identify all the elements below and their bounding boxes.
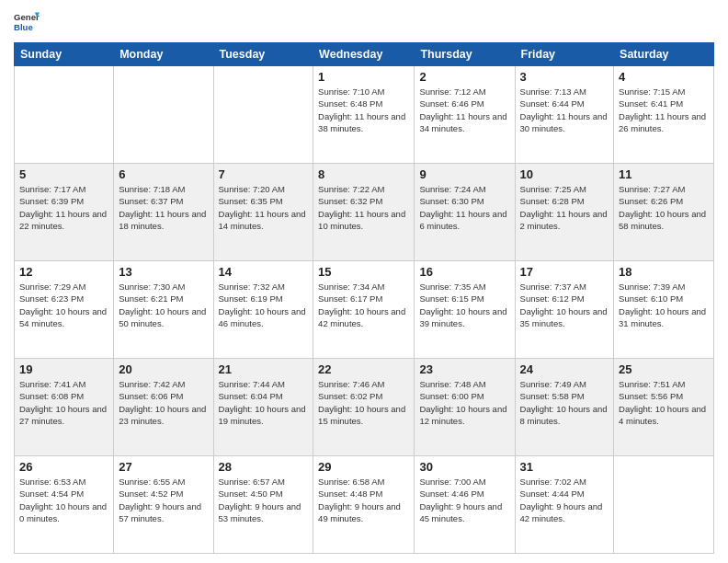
day-number: 12 [19,265,108,279]
day-number: 26 [19,460,108,474]
day-info: Sunrise: 6:53 AM Sunset: 4:54 PM Dayligh… [19,476,108,524]
calendar-cell [114,66,213,164]
day-info: Sunrise: 7:18 AM Sunset: 6:37 PM Dayligh… [119,183,208,232]
day-info: Sunrise: 7:49 AM Sunset: 5:58 PM Dayligh… [520,378,609,427]
day-info: Sunrise: 7:15 AM Sunset: 6:41 PM Dayligh… [619,86,709,134]
calendar-cell: 16Sunrise: 7:35 AM Sunset: 6:15 PM Dayli… [415,261,515,359]
day-info: Sunrise: 7:12 AM Sunset: 6:46 PM Dayligh… [419,86,509,134]
weekday-header: Wednesday [313,43,415,66]
weekday-header: Tuesday [213,43,313,66]
day-number: 7 [219,167,309,181]
day-number: 5 [19,167,108,181]
day-number: 1 [318,70,409,84]
calendar-cell: 30Sunrise: 7:00 AM Sunset: 4:46 PM Dayli… [415,456,515,554]
day-number: 23 [419,362,509,376]
calendar-cell: 3Sunrise: 7:13 AM Sunset: 6:44 PM Daylig… [515,66,614,164]
calendar-cell [614,456,714,554]
day-info: Sunrise: 7:20 AM Sunset: 6:35 PM Dayligh… [219,183,309,232]
day-info: Sunrise: 7:00 AM Sunset: 4:46 PM Dayligh… [419,476,509,524]
day-number: 2 [419,70,509,84]
day-number: 4 [619,70,709,84]
day-number: 6 [119,167,208,181]
calendar-cell: 11Sunrise: 7:27 AM Sunset: 6:26 PM Dayli… [614,164,714,261]
day-info: Sunrise: 7:51 AM Sunset: 5:56 PM Dayligh… [619,378,709,427]
calendar-cell: 27Sunrise: 6:55 AM Sunset: 4:52 PM Dayli… [114,456,213,554]
day-info: Sunrise: 7:17 AM Sunset: 6:39 PM Dayligh… [19,183,108,232]
day-info: Sunrise: 7:13 AM Sunset: 6:44 PM Dayligh… [520,86,609,134]
day-number: 27 [119,460,208,474]
calendar-cell: 25Sunrise: 7:51 AM Sunset: 5:56 PM Dayli… [614,359,714,456]
day-info: Sunrise: 7:42 AM Sunset: 6:06 PM Dayligh… [119,378,208,427]
day-info: Sunrise: 7:44 AM Sunset: 6:04 PM Dayligh… [219,378,309,427]
day-number: 3 [520,70,609,84]
day-info: Sunrise: 7:32 AM Sunset: 6:19 PM Dayligh… [219,281,309,329]
day-info: Sunrise: 7:24 AM Sunset: 6:30 PM Dayligh… [419,183,509,232]
day-number: 31 [520,460,609,474]
day-number: 21 [219,362,309,376]
calendar-cell: 8Sunrise: 7:22 AM Sunset: 6:32 PM Daylig… [313,164,415,261]
calendar-cell: 4Sunrise: 7:15 AM Sunset: 6:41 PM Daylig… [614,66,714,164]
day-info: Sunrise: 7:46 AM Sunset: 6:02 PM Dayligh… [318,378,409,427]
day-info: Sunrise: 7:37 AM Sunset: 6:12 PM Dayligh… [520,281,609,329]
day-info: Sunrise: 7:02 AM Sunset: 4:44 PM Dayligh… [520,476,609,524]
calendar-cell: 19Sunrise: 7:41 AM Sunset: 6:08 PM Dayli… [15,359,114,456]
day-number: 10 [520,167,609,181]
calendar-cell: 14Sunrise: 7:32 AM Sunset: 6:19 PM Dayli… [213,261,313,359]
calendar-cell: 6Sunrise: 7:18 AM Sunset: 6:37 PM Daylig… [114,164,213,261]
calendar-cell: 18Sunrise: 7:39 AM Sunset: 6:10 PM Dayli… [614,261,714,359]
day-info: Sunrise: 7:39 AM Sunset: 6:10 PM Dayligh… [619,281,709,329]
calendar-cell: 12Sunrise: 7:29 AM Sunset: 6:23 PM Dayli… [15,261,114,359]
day-info: Sunrise: 7:35 AM Sunset: 6:15 PM Dayligh… [419,281,509,329]
page: General Blue SundayMondayTuesdayWednesda… [0,0,728,563]
day-number: 13 [119,265,208,279]
calendar-cell: 22Sunrise: 7:46 AM Sunset: 6:02 PM Dayli… [313,359,415,456]
calendar-cell: 9Sunrise: 7:24 AM Sunset: 6:30 PM Daylig… [415,164,515,261]
day-number: 30 [419,460,509,474]
calendar-cell: 7Sunrise: 7:20 AM Sunset: 6:35 PM Daylig… [213,164,313,261]
day-number: 22 [318,362,409,376]
day-number: 19 [19,362,108,376]
svg-text:Blue: Blue [14,22,33,32]
calendar-cell: 5Sunrise: 7:17 AM Sunset: 6:39 PM Daylig… [15,164,114,261]
weekday-header: Monday [114,43,213,66]
calendar-cell: 23Sunrise: 7:48 AM Sunset: 6:00 PM Dayli… [415,359,515,456]
weekday-header: Saturday [614,43,714,66]
day-info: Sunrise: 7:34 AM Sunset: 6:17 PM Dayligh… [318,281,409,329]
day-number: 20 [119,362,208,376]
day-info: Sunrise: 7:41 AM Sunset: 6:08 PM Dayligh… [19,378,108,427]
day-info: Sunrise: 7:10 AM Sunset: 6:48 PM Dayligh… [318,86,409,134]
calendar-cell: 21Sunrise: 7:44 AM Sunset: 6:04 PM Dayli… [213,359,313,456]
logo-icon: General Blue [14,9,40,35]
weekday-header: Sunday [15,43,114,66]
day-number: 15 [318,265,409,279]
day-info: Sunrise: 7:30 AM Sunset: 6:21 PM Dayligh… [119,281,208,329]
calendar-cell [213,66,313,164]
calendar-cell: 15Sunrise: 7:34 AM Sunset: 6:17 PM Dayli… [313,261,415,359]
weekday-header: Thursday [415,43,515,66]
logo: General Blue [14,9,40,35]
calendar: SundayMondayTuesdayWednesdayThursdayFrid… [14,42,714,554]
calendar-cell: 20Sunrise: 7:42 AM Sunset: 6:06 PM Dayli… [114,359,213,456]
day-info: Sunrise: 7:27 AM Sunset: 6:26 PM Dayligh… [619,183,709,232]
day-number: 18 [619,265,709,279]
calendar-cell: 1Sunrise: 7:10 AM Sunset: 6:48 PM Daylig… [313,66,415,164]
day-number: 9 [419,167,509,181]
day-number: 16 [419,265,509,279]
day-number: 29 [318,460,409,474]
day-info: Sunrise: 7:29 AM Sunset: 6:23 PM Dayligh… [19,281,108,329]
calendar-cell: 26Sunrise: 6:53 AM Sunset: 4:54 PM Dayli… [15,456,114,554]
day-number: 11 [619,167,709,181]
day-info: Sunrise: 7:48 AM Sunset: 6:00 PM Dayligh… [419,378,509,427]
weekday-header: Friday [515,43,614,66]
day-number: 17 [520,265,609,279]
day-number: 14 [219,265,309,279]
header: General Blue [14,9,714,35]
day-number: 8 [318,167,409,181]
day-info: Sunrise: 7:25 AM Sunset: 6:28 PM Dayligh… [520,183,609,232]
day-number: 24 [520,362,609,376]
day-number: 25 [619,362,709,376]
calendar-cell: 28Sunrise: 6:57 AM Sunset: 4:50 PM Dayli… [213,456,313,554]
calendar-cell: 17Sunrise: 7:37 AM Sunset: 6:12 PM Dayli… [515,261,614,359]
calendar-cell: 2Sunrise: 7:12 AM Sunset: 6:46 PM Daylig… [415,66,515,164]
day-info: Sunrise: 6:58 AM Sunset: 4:48 PM Dayligh… [318,476,409,524]
